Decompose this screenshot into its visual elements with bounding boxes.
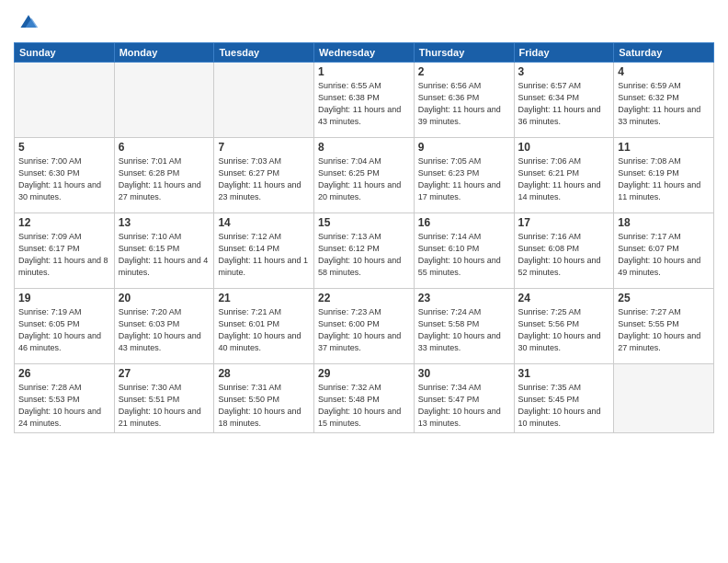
day-number: 31 [518,367,610,380]
day-number: 24 [518,292,610,304]
day-number: 8 [318,141,410,154]
day-number: 18 [618,216,710,229]
calendar-cell: 3Sunrise: 6:57 AMSunset: 6:34 PMDaylight… [514,62,614,137]
day-info: Sunrise: 7:30 AMSunset: 5:51 PMDaylight:… [119,382,210,430]
calendar-cell: 4Sunrise: 6:59 AMSunset: 6:32 PMDaylight… [614,62,714,137]
day-number: 1 [318,65,410,78]
calendar-table: SundayMondayTuesdayWednesdayThursdayFrid… [14,42,714,433]
calendar-cell: 16Sunrise: 7:14 AMSunset: 6:10 PMDayligh… [414,213,514,288]
calendar-cell: 5Sunrise: 7:00 AMSunset: 6:30 PMDaylight… [15,137,115,213]
calendar-cell: 31Sunrise: 7:35 AMSunset: 5:45 PMDayligh… [514,363,614,432]
weekday-header-saturday: Saturday [614,42,714,62]
day-info: Sunrise: 7:25 AMSunset: 5:56 PMDaylight:… [518,306,610,354]
day-info: Sunrise: 7:13 AMSunset: 6:12 PMDaylight:… [318,231,410,279]
page-container: SundayMondayTuesdayWednesdayThursdayFrid… [0,0,728,563]
calendar-cell: 14Sunrise: 7:12 AMSunset: 6:14 PMDayligh… [214,213,314,288]
day-number: 9 [418,141,510,154]
day-info: Sunrise: 7:10 AMSunset: 6:15 PMDaylight:… [119,231,210,279]
day-info: Sunrise: 7:24 AMSunset: 5:58 PMDaylight:… [418,306,510,354]
calendar-cell: 28Sunrise: 7:31 AMSunset: 5:50 PMDayligh… [214,363,314,432]
day-info: Sunrise: 7:17 AMSunset: 6:07 PMDaylight:… [618,231,710,279]
day-info: Sunrise: 7:01 AMSunset: 6:28 PMDaylight:… [119,155,210,203]
calendar-cell: 1Sunrise: 6:55 AMSunset: 6:38 PMDaylight… [314,62,415,137]
calendar-cell: 10Sunrise: 7:06 AMSunset: 6:21 PMDayligh… [514,137,614,213]
calendar-cell: 21Sunrise: 7:21 AMSunset: 6:01 PMDayligh… [214,288,314,363]
day-number: 20 [119,292,210,304]
calendar-cell: 11Sunrise: 7:08 AMSunset: 6:19 PMDayligh… [614,137,714,213]
day-info: Sunrise: 7:05 AMSunset: 6:23 PMDaylight:… [418,155,510,203]
page-header [14,9,714,35]
weekday-header-wednesday: Wednesday [314,42,415,62]
day-number: 12 [18,216,110,229]
day-info: Sunrise: 7:16 AMSunset: 6:08 PMDaylight:… [518,231,610,279]
calendar-cell: 6Sunrise: 7:01 AMSunset: 6:28 PMDaylight… [114,137,214,213]
day-number: 16 [418,216,510,229]
day-info: Sunrise: 7:09 AMSunset: 6:17 PMDaylight:… [18,231,110,279]
day-info: Sunrise: 7:08 AMSunset: 6:19 PMDaylight:… [618,155,710,203]
calendar-week-4: 19Sunrise: 7:19 AMSunset: 6:05 PMDayligh… [15,288,714,363]
calendar-cell: 27Sunrise: 7:30 AMSunset: 5:51 PMDayligh… [114,363,214,432]
calendar-cell: 22Sunrise: 7:23 AMSunset: 6:00 PMDayligh… [314,288,415,363]
day-info: Sunrise: 7:35 AMSunset: 5:45 PMDaylight:… [518,382,610,430]
calendar-cell [614,363,714,432]
day-number: 3 [518,65,610,78]
calendar-cell: 12Sunrise: 7:09 AMSunset: 6:17 PMDayligh… [15,213,115,288]
day-number: 2 [418,65,510,78]
weekday-header-tuesday: Tuesday [214,42,314,62]
calendar-cell: 25Sunrise: 7:27 AMSunset: 5:55 PMDayligh… [614,288,714,363]
calendar-week-5: 26Sunrise: 7:28 AMSunset: 5:53 PMDayligh… [15,363,714,432]
calendar-cell: 2Sunrise: 6:56 AMSunset: 6:36 PMDaylight… [414,62,514,137]
calendar-cell: 15Sunrise: 7:13 AMSunset: 6:12 PMDayligh… [314,213,415,288]
day-number: 25 [618,292,710,304]
day-number: 11 [618,141,710,154]
weekday-header-row: SundayMondayTuesdayWednesdayThursdayFrid… [15,42,714,62]
day-info: Sunrise: 7:06 AMSunset: 6:21 PMDaylight:… [518,155,610,203]
calendar-week-3: 12Sunrise: 7:09 AMSunset: 6:17 PMDayligh… [15,213,714,288]
day-number: 6 [119,141,210,154]
day-info: Sunrise: 7:19 AMSunset: 6:05 PMDaylight:… [18,306,110,354]
weekday-header-sunday: Sunday [15,42,115,62]
calendar-week-1: 1Sunrise: 6:55 AMSunset: 6:38 PMDaylight… [15,62,714,137]
day-number: 13 [119,216,210,229]
day-info: Sunrise: 6:56 AMSunset: 6:36 PMDaylight:… [418,80,510,128]
day-number: 19 [18,292,110,304]
day-info: Sunrise: 7:23 AMSunset: 6:00 PMDaylight:… [318,306,410,354]
calendar-cell: 18Sunrise: 7:17 AMSunset: 6:07 PMDayligh… [614,213,714,288]
calendar-cell: 8Sunrise: 7:04 AMSunset: 6:25 PMDaylight… [314,137,415,213]
weekday-header-thursday: Thursday [414,42,514,62]
day-number: 30 [418,367,510,380]
calendar-cell [214,62,314,137]
day-number: 28 [218,367,310,380]
day-number: 29 [318,367,410,380]
calendar-cell: 7Sunrise: 7:03 AMSunset: 6:27 PMDaylight… [214,137,314,213]
logo-icon [17,13,40,31]
calendar-cell: 13Sunrise: 7:10 AMSunset: 6:15 PMDayligh… [114,213,214,288]
day-number: 27 [119,367,210,380]
calendar-cell [114,62,214,137]
day-info: Sunrise: 7:31 AMSunset: 5:50 PMDaylight:… [218,382,310,430]
calendar-cell: 29Sunrise: 7:32 AMSunset: 5:48 PMDayligh… [314,363,415,432]
day-info: Sunrise: 6:55 AMSunset: 6:38 PMDaylight:… [318,80,410,128]
day-number: 10 [518,141,610,154]
day-info: Sunrise: 7:21 AMSunset: 6:01 PMDaylight:… [218,306,310,354]
day-number: 26 [18,367,110,380]
calendar-cell: 23Sunrise: 7:24 AMSunset: 5:58 PMDayligh… [414,288,514,363]
day-number: 21 [218,292,310,304]
logo [14,13,40,35]
day-info: Sunrise: 7:28 AMSunset: 5:53 PMDaylight:… [18,382,110,430]
day-number: 15 [318,216,410,229]
day-number: 5 [18,141,110,154]
calendar-cell: 17Sunrise: 7:16 AMSunset: 6:08 PMDayligh… [514,213,614,288]
calendar-cell [15,62,115,137]
day-info: Sunrise: 7:27 AMSunset: 5:55 PMDaylight:… [618,306,710,354]
day-info: Sunrise: 7:04 AMSunset: 6:25 PMDaylight:… [318,155,410,203]
day-number: 23 [418,292,510,304]
day-info: Sunrise: 6:57 AMSunset: 6:34 PMDaylight:… [518,80,610,128]
day-info: Sunrise: 7:03 AMSunset: 6:27 PMDaylight:… [218,155,310,203]
day-info: Sunrise: 7:32 AMSunset: 5:48 PMDaylight:… [318,382,410,430]
calendar-cell: 24Sunrise: 7:25 AMSunset: 5:56 PMDayligh… [514,288,614,363]
calendar-cell: 19Sunrise: 7:19 AMSunset: 6:05 PMDayligh… [15,288,115,363]
day-number: 14 [218,216,310,229]
weekday-header-monday: Monday [114,42,214,62]
day-number: 17 [518,216,610,229]
